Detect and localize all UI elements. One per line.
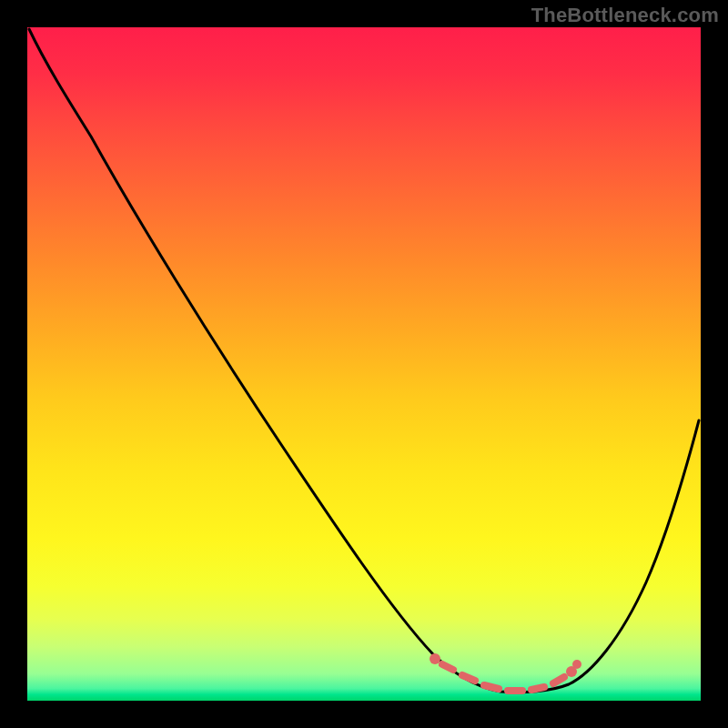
watermark-label: TheBottleneck.com bbox=[531, 4, 719, 27]
chart-container: TheBottleneck.com bbox=[0, 0, 728, 728]
svg-line-3 bbox=[484, 685, 499, 689]
svg-line-1 bbox=[442, 664, 453, 670]
svg-line-6 bbox=[553, 677, 564, 683]
plot-area bbox=[27, 27, 701, 701]
bottleneck-curve-svg bbox=[27, 27, 701, 701]
svg-line-2 bbox=[462, 675, 475, 681]
optimal-region-marker bbox=[430, 653, 581, 691]
bottleneck-curve-line bbox=[29, 29, 699, 693]
svg-point-0 bbox=[430, 653, 440, 664]
svg-point-8 bbox=[572, 660, 581, 669]
svg-line-5 bbox=[531, 687, 544, 690]
